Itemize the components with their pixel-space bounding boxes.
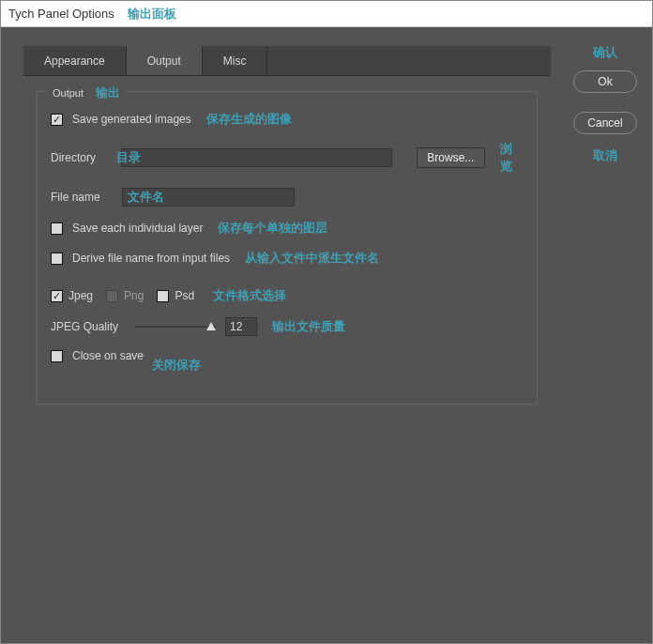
tab-bar: Appearance Output Misc — [23, 46, 551, 76]
label-save-each: Save each individual layer — [72, 222, 203, 235]
checkbox-psd[interactable] — [157, 290, 169, 302]
label-close-on-save: Close on save — [72, 349, 144, 362]
row-filename: File name 文件名 — [51, 188, 524, 207]
annot-directory: 目录 — [116, 149, 141, 166]
row-derive: Derive file name from input files 从输入文件中… — [51, 250, 524, 267]
row-directory: Directory 目录 Browse... 浏览 — [51, 141, 524, 175]
output-panel: Output 输出 Save generated images 保存生成的图像 … — [23, 76, 551, 420]
fieldset-legend: Output 输出 — [47, 84, 126, 101]
legend-text: Output — [53, 87, 84, 99]
tab-appearance[interactable]: Appearance — [23, 46, 127, 75]
format-jpeg: Jpeg — [51, 289, 93, 302]
slider-thumb-icon[interactable] — [206, 322, 216, 330]
annot-ok: 确认 — [593, 44, 617, 61]
label-filename: File name — [51, 191, 113, 204]
annot-save-generated: 保存生成的图像 — [206, 111, 292, 128]
output-fieldset: Output 输出 Save generated images 保存生成的图像 … — [37, 91, 538, 405]
label-save-generated: Save generated images — [72, 113, 191, 126]
annot-save-each: 保存每个单独的图层 — [218, 220, 327, 237]
annot-derive: 从输入文件中派生文件名 — [245, 250, 379, 267]
checkbox-close-on-save[interactable] — [51, 350, 63, 362]
main-area: Appearance Output Misc Output 输出 Save ge… — [1, 27, 568, 643]
label-psd: Psd — [175, 289, 194, 302]
tab-output[interactable]: Output — [127, 46, 203, 75]
dialog-body: Appearance Output Misc Output 输出 Save ge… — [1, 27, 652, 643]
checkbox-derive[interactable] — [51, 253, 63, 265]
annot-quality: 输出文件质量 — [272, 318, 345, 335]
slider-track — [135, 326, 216, 328]
annot-formats: 文件格式选择 — [213, 287, 286, 304]
checkbox-save-generated[interactable] — [51, 114, 63, 126]
quality-slider[interactable] — [135, 320, 216, 333]
annot-browse: 浏览 — [500, 141, 524, 175]
annot-cancel: 取消 — [593, 147, 617, 164]
titlebar: Tych Panel Options 输出面板 — [1, 1, 652, 27]
checkbox-png[interactable] — [106, 290, 118, 302]
annot-close-on-save: 关闭保存 — [152, 357, 524, 374]
label-directory: Directory — [51, 151, 112, 164]
label-png: Png — [124, 289, 144, 302]
format-png: Png — [106, 289, 144, 302]
window-title-annotation: 输出面板 — [128, 6, 176, 23]
cancel-button[interactable]: Cancel — [573, 112, 637, 134]
label-jpeg: Jpeg — [68, 289, 93, 302]
quality-control — [135, 317, 257, 336]
legend-annotation: 输出 — [96, 85, 120, 100]
checkbox-jpeg[interactable] — [51, 290, 63, 302]
window-title: Tych Panel Options — [8, 7, 114, 21]
label-quality: JPEG Quality — [51, 320, 126, 333]
row-save-each: Save each individual layer 保存每个单独的图层 — [51, 220, 524, 237]
annot-filename: 文件名 — [128, 189, 164, 206]
side-buttons: 确认 Ok Cancel 取消 — [568, 27, 652, 643]
label-derive: Derive file name from input files — [72, 252, 230, 265]
input-directory[interactable] — [121, 148, 393, 167]
input-quality[interactable] — [225, 317, 257, 336]
ok-button[interactable]: Ok — [573, 70, 637, 93]
browse-button[interactable]: Browse... — [417, 147, 484, 168]
tab-misc[interactable]: Misc — [203, 46, 268, 75]
options-dialog: Tych Panel Options 输出面板 Appearance Outpu… — [0, 0, 653, 644]
row-quality: JPEG Quality 输出文件质量 — [51, 317, 524, 336]
checkbox-save-each[interactable] — [51, 222, 63, 235]
format-psd: Psd — [157, 289, 194, 302]
row-save-generated: Save generated images 保存生成的图像 — [51, 111, 524, 128]
row-formats: Jpeg Png Psd 文件格式选择 — [51, 287, 524, 304]
